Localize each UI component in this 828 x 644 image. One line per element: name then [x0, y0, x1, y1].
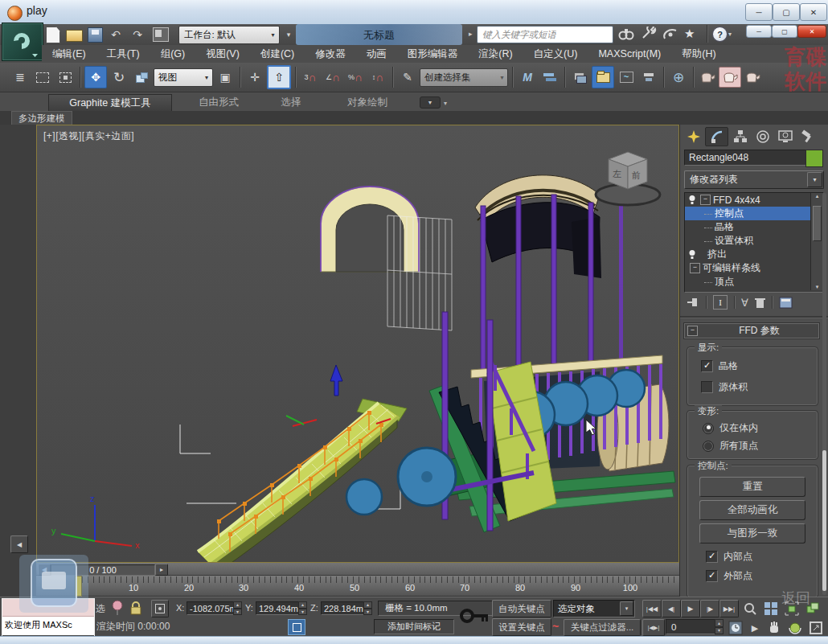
object-name-field[interactable]: Rectangle048: [684, 150, 807, 166]
tab-modify-icon[interactable]: [705, 127, 728, 146]
menu-views[interactable]: 视图(V): [195, 45, 250, 63]
menu-modifiers[interactable]: 修改器: [305, 45, 356, 63]
notification-balloon-icon[interactable]: [112, 600, 123, 616]
named-selection-sets-combo[interactable]: 创建选择集 ▾: [420, 68, 508, 87]
only-in-volume-radio[interactable]: [703, 423, 714, 434]
graphite-modeling-toggle-icon[interactable]: [592, 66, 614, 88]
frame-forward-button[interactable]: ▸: [155, 564, 168, 576]
stack-row-vertex[interactable]: 顶点: [685, 275, 823, 289]
subscription-satellite-icon[interactable]: [662, 27, 678, 41]
absolute-offset-toggle-icon[interactable]: [151, 600, 169, 617]
source-volume-checkbox[interactable]: [701, 381, 713, 393]
play-button[interactable]: ▶: [681, 600, 700, 617]
previous-frame-button[interactable]: ◀|: [662, 600, 681, 617]
stack-item-label[interactable]: 可编辑样条线: [703, 261, 760, 275]
menu-group[interactable]: 组(G): [150, 45, 196, 63]
set-key-big-key-icon[interactable]: [460, 604, 490, 628]
selection-lock-icon[interactable]: [129, 601, 142, 615]
tab-motion-icon[interactable]: [752, 128, 773, 146]
tab-object-paint[interactable]: 对象绘制: [331, 94, 404, 111]
reference-coordinate-system[interactable]: 视图 ▾: [154, 68, 213, 87]
inside-points-checkbox[interactable]: ✓: [706, 551, 718, 563]
menu-tools[interactable]: 工具(T): [96, 45, 150, 63]
stack-item-label[interactable]: 顶点: [715, 275, 734, 289]
stack-item-label[interactable]: 挤出: [707, 248, 727, 261]
show-end-result-icon[interactable]: I: [713, 295, 728, 310]
render-setup-icon[interactable]: ⊕: [668, 67, 689, 88]
stack-row-set-volume[interactable]: 设置体积: [685, 234, 823, 248]
manage-layers-icon[interactable]: [569, 67, 590, 88]
zoom-icon[interactable]: [740, 598, 760, 619]
conform-to-shape-button[interactable]: 与图形一致: [699, 523, 805, 544]
stack-item-label[interactable]: 设置体积: [715, 234, 753, 248]
angle-snap-toggle-icon[interactable]: ∠ ∩: [322, 67, 343, 88]
communication-wrench-icon[interactable]: [641, 27, 657, 41]
z-coordinate-field[interactable]: 228.184mm: [321, 601, 367, 615]
current-frame-field[interactable]: 0: [666, 619, 720, 634]
scroll-thumb[interactable]: [813, 206, 822, 241]
auto-key-button[interactable]: 自动关键点: [492, 600, 551, 617]
time-slider-track[interactable]: ◀ 0 / 100 ▸: [36, 563, 679, 576]
viewcube[interactable]: 左 前: [596, 152, 660, 205]
key-filters-button[interactable]: 关键点过滤器...: [564, 619, 641, 636]
menu-edit[interactable]: 编辑(E): [42, 45, 96, 63]
modifier-stack[interactable]: − FFD 4x4x4 控制点 晶格 设置体积 挤出 − 可编辑样条线: [684, 192, 824, 293]
outside-points-checkbox[interactable]: ✓: [706, 570, 718, 582]
qat-flyout-button[interactable]: ▾: [281, 26, 296, 43]
menu-create[interactable]: 创建(C): [250, 45, 305, 63]
keyboard-shortcut-override-icon[interactable]: ⇧: [267, 65, 291, 89]
set-key-button[interactable]: 设置关键点: [492, 618, 551, 636]
ffd-parameters-rollout-header[interactable]: − FFD 参数: [684, 323, 819, 338]
panel-scroll-thumb[interactable]: [822, 450, 826, 591]
mirror-icon[interactable]: M: [517, 67, 538, 88]
object-color-swatch[interactable]: [805, 150, 823, 167]
redo-button[interactable]: ↷: [127, 24, 148, 45]
schematic-view-icon[interactable]: [638, 67, 659, 88]
tab-create-icon[interactable]: [682, 128, 704, 146]
open-file-icon[interactable]: [66, 30, 83, 42]
menu-maxscript[interactable]: MAXScript(M): [588, 45, 671, 63]
key-mode-toggle[interactable]: |◀▶|: [642, 619, 665, 636]
y-spinner[interactable]: ▴▾: [298, 601, 307, 615]
ribbon-flyout-icon[interactable]: ▾: [444, 100, 447, 107]
collapse-icon[interactable]: −: [687, 326, 698, 336]
workspace-selector[interactable]: 工作台: 默认 ▾: [178, 26, 280, 44]
align-icon[interactable]: [539, 67, 560, 88]
snaps-toggle-icon[interactable]: 3 ∩: [300, 67, 321, 88]
isolate-selection-toggle-icon[interactable]: [288, 619, 305, 635]
add-time-tag[interactable]: 添加时间标记: [374, 619, 454, 634]
rendered-frame-window-icon[interactable]: [698, 69, 717, 85]
menu-customize[interactable]: 自定义(U): [523, 45, 588, 63]
stack-row-ffd[interactable]: − FFD 4x4x4: [685, 193, 823, 207]
remove-modifier-icon[interactable]: [755, 297, 765, 309]
stack-row-extrude[interactable]: 挤出: [685, 248, 823, 261]
next-frame-button[interactable]: |▶: [700, 600, 719, 617]
infocenter-search[interactable]: 键入关键字或短语: [477, 26, 613, 43]
use-pivot-point-center-icon[interactable]: ▣: [215, 67, 236, 88]
select-and-rotate-icon[interactable]: ↻: [109, 67, 129, 88]
edit-named-selection-sets-icon[interactable]: ✎: [397, 67, 418, 88]
menu-animation[interactable]: 动画: [356, 45, 397, 63]
stack-row-control-points-selected[interactable]: 控制点: [685, 207, 823, 220]
make-unique-icon[interactable]: ∀: [741, 297, 748, 309]
tab-graphite-modeling[interactable]: Graphite 建模工具: [48, 94, 172, 112]
z-spinner[interactable]: ▴▾: [363, 601, 372, 615]
bulb-on-icon[interactable]: [688, 195, 696, 205]
track-bar[interactable]: 0 10 20 30 40 50 60 70 80 90 100: [36, 576, 679, 597]
frame-spinner[interactable]: ▴▾: [715, 619, 723, 634]
curve-editor-icon[interactable]: ~: [616, 67, 637, 88]
tab-freeform[interactable]: 自由形式: [187, 94, 251, 111]
tab-display-icon[interactable]: [774, 128, 796, 146]
stack-item-label[interactable]: FFD 4x4x4: [713, 195, 760, 206]
stack-item-label[interactable]: 晶格: [715, 220, 734, 234]
menu-graph-editors[interactable]: 图形编辑器: [397, 45, 469, 63]
doc-close-button[interactable]: ✕: [797, 25, 826, 38]
animate-all-button[interactable]: 全部动画化: [699, 500, 805, 520]
stack-row-lattice[interactable]: 晶格: [685, 220, 823, 234]
go-to-end-button[interactable]: ▶▶|: [719, 600, 739, 617]
spinner-snap-toggle-icon[interactable]: ↕ ∩: [367, 67, 388, 88]
configure-modifier-sets-icon[interactable]: [779, 297, 793, 309]
collapse-icon[interactable]: −: [690, 263, 700, 273]
pin-stack-icon[interactable]: [687, 297, 699, 308]
menu-rendering[interactable]: 渲染(R): [468, 45, 523, 63]
